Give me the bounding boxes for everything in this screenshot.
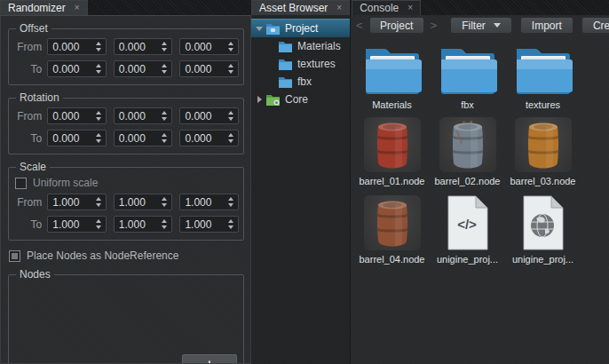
spin-up-icon[interactable] [162, 133, 167, 137]
tree-item-core[interactable]: Core [251, 91, 350, 108]
tab-randomizer[interactable]: Randomizer × [0, 0, 88, 15]
spin-up-icon[interactable] [96, 219, 101, 223]
spin-up-icon[interactable] [228, 133, 233, 137]
spin-down-icon[interactable] [228, 139, 233, 143]
asset-tile-barrel-04[interactable]: barrel_04.node [354, 194, 430, 272]
spin-up-icon[interactable] [228, 111, 233, 115]
spin-up-icon[interactable] [162, 64, 167, 67]
asset-tile-materials[interactable]: Materials [354, 37, 430, 115]
spinner-arrows[interactable] [94, 64, 106, 74]
spin-up-icon[interactable] [228, 64, 233, 67]
spin-up-icon[interactable] [162, 219, 167, 223]
rotation-to-x-spinbox[interactable]: 0.000 [47, 130, 107, 146]
spin-up-icon[interactable] [162, 197, 167, 201]
rotation-from-z-spinbox[interactable]: 0.000 [179, 107, 239, 124]
asset-tile-barrel-01[interactable]: barrel_01.node [354, 115, 430, 194]
tree-item-materials[interactable]: Materials [251, 37, 350, 55]
tab-asset-browser[interactable]: Asset Browser × [251, 0, 350, 15]
spin-down-icon[interactable] [162, 48, 167, 51]
offset-from-y-spinbox[interactable]: 0.000 [114, 38, 173, 55]
spinner-arrows[interactable] [160, 42, 171, 51]
tree-item-textures[interactable]: textures [251, 55, 350, 73]
uniform-scale-checkbox[interactable] [15, 178, 27, 189]
add-node-button[interactable]: + [182, 354, 237, 364]
chevron-right-icon[interactable] [255, 96, 264, 103]
spin-down-icon[interactable] [162, 139, 167, 143]
spinner-arrows[interactable] [226, 111, 238, 121]
spin-up-icon[interactable] [96, 133, 101, 137]
spin-down-icon[interactable] [96, 48, 101, 51]
scale-to-x-spinbox[interactable]: 1.000 [47, 216, 107, 233]
offset-from-z-spinbox[interactable]: 0.000 [179, 38, 239, 55]
tree-item-fbx[interactable]: fbx [251, 73, 350, 91]
spin-up-icon[interactable] [162, 111, 167, 115]
offset-to-y-spinbox[interactable]: 0.000 [114, 60, 173, 77]
scale-from-z-spinbox[interactable]: 1.000 [179, 194, 239, 210]
spinner-arrows[interactable] [226, 219, 238, 229]
spinner-arrows[interactable] [94, 133, 106, 143]
scale-from-x-spinbox[interactable]: 1.000 [47, 194, 107, 210]
spin-up-icon[interactable] [96, 111, 101, 115]
spin-up-icon[interactable] [228, 42, 233, 45]
offset-from-x-spinbox[interactable]: 0.000 [47, 38, 107, 55]
spin-down-icon[interactable] [96, 117, 101, 121]
asset-tile-textures[interactable]: textures [505, 37, 581, 115]
spin-up-icon[interactable] [96, 64, 101, 67]
tree-item-project[interactable]: Project [251, 19, 350, 37]
rotation-to-z-spinbox[interactable]: 0.000 [179, 130, 239, 146]
spin-up-icon[interactable] [96, 42, 101, 45]
spinner-arrows[interactable] [94, 42, 106, 51]
spin-down-icon[interactable] [228, 70, 233, 74]
forward-button[interactable]: > [429, 19, 439, 32]
spinner-arrows[interactable] [160, 197, 171, 207]
spinner-arrows[interactable] [94, 219, 106, 229]
spin-down-icon[interactable] [162, 117, 167, 121]
spin-up-icon[interactable] [96, 197, 101, 201]
close-icon[interactable]: × [336, 4, 342, 12]
back-button[interactable]: < [354, 19, 365, 32]
scale-to-y-spinbox[interactable]: 1.000 [114, 216, 173, 233]
rotation-from-y-spinbox[interactable]: 0.000 [114, 107, 173, 124]
spinner-arrows[interactable] [160, 64, 171, 74]
create-button[interactable]: Create [581, 17, 609, 34]
asset-tile-unigine-code-file[interactable]: </> unigine_proj... [430, 194, 505, 272]
asset-tile-barrel-02[interactable]: barrel_02.node [430, 115, 505, 194]
spin-up-icon[interactable] [162, 42, 167, 45]
spin-down-icon[interactable] [228, 117, 233, 121]
close-icon[interactable]: × [407, 4, 413, 12]
scale-from-y-spinbox[interactable]: 1.000 [114, 194, 173, 210]
spin-down-icon[interactable] [228, 48, 233, 51]
asset-tile-barrel-03[interactable]: barrel_03.node [505, 115, 581, 194]
place-nodes-checkbox[interactable] [9, 250, 20, 262]
spin-down-icon[interactable] [228, 203, 233, 207]
offset-to-z-spinbox[interactable]: 0.000 [179, 60, 239, 77]
spin-up-icon[interactable] [228, 197, 233, 201]
asset-tile-unigine-world-file[interactable]: unigine_proj... [505, 194, 581, 272]
spinner-arrows[interactable] [160, 133, 171, 143]
spinner-arrows[interactable] [226, 64, 238, 74]
import-button[interactable]: Import [520, 17, 573, 34]
spinner-arrows[interactable] [226, 133, 238, 143]
spin-down-icon[interactable] [96, 139, 101, 143]
tab-console[interactable]: Console × [352, 0, 421, 15]
spin-down-icon[interactable] [162, 70, 167, 74]
spin-down-icon[interactable] [96, 203, 101, 207]
spin-down-icon[interactable] [96, 70, 101, 74]
spinner-arrows[interactable] [160, 219, 171, 229]
filter-button[interactable]: Filter [450, 17, 512, 34]
spinner-arrows[interactable] [94, 197, 106, 207]
spinner-arrows[interactable] [160, 111, 171, 121]
spin-down-icon[interactable] [228, 226, 233, 229]
asset-tile-fbx[interactable]: fbx [430, 37, 505, 115]
spin-up-icon[interactable] [228, 219, 233, 223]
rotation-from-x-spinbox[interactable]: 0.000 [47, 107, 107, 124]
spinner-arrows[interactable] [226, 197, 238, 207]
spin-down-icon[interactable] [96, 226, 101, 229]
rotation-to-y-spinbox[interactable]: 0.000 [114, 130, 173, 146]
close-icon[interactable]: × [75, 4, 80, 12]
chevron-down-icon[interactable] [255, 27, 264, 31]
spinner-arrows[interactable] [226, 42, 238, 51]
scale-to-z-spinbox[interactable]: 1.000 [179, 216, 239, 233]
path-project-button[interactable]: Project [369, 17, 424, 34]
spin-down-icon[interactable] [162, 226, 167, 229]
